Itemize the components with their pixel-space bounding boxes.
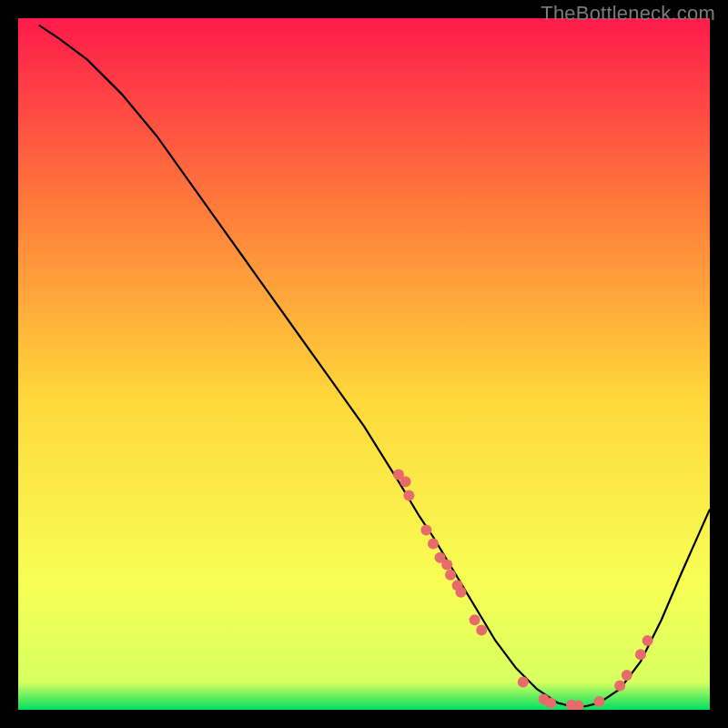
data-dot bbox=[400, 476, 411, 487]
data-dot bbox=[445, 570, 456, 581]
gradient-background bbox=[18, 18, 710, 710]
data-dot bbox=[593, 696, 604, 707]
chart-svg bbox=[18, 18, 710, 710]
data-dot bbox=[403, 490, 414, 500]
data-dot bbox=[622, 670, 632, 681]
data-dot bbox=[441, 559, 452, 570]
chart-container: TheBottleneck.com bbox=[0, 0, 728, 728]
data-dot bbox=[455, 587, 466, 598]
data-dot bbox=[428, 539, 439, 550]
data-dot bbox=[614, 680, 625, 691]
data-dot bbox=[476, 625, 487, 636]
data-dot bbox=[545, 697, 556, 708]
data-dot bbox=[470, 614, 480, 625]
data-dot bbox=[420, 524, 431, 535]
watermark-text: TheBottleneck.com bbox=[541, 2, 715, 25]
data-dot bbox=[518, 677, 529, 688]
plot-area bbox=[18, 18, 710, 710]
data-dot bbox=[642, 635, 653, 646]
data-dot bbox=[635, 649, 646, 660]
